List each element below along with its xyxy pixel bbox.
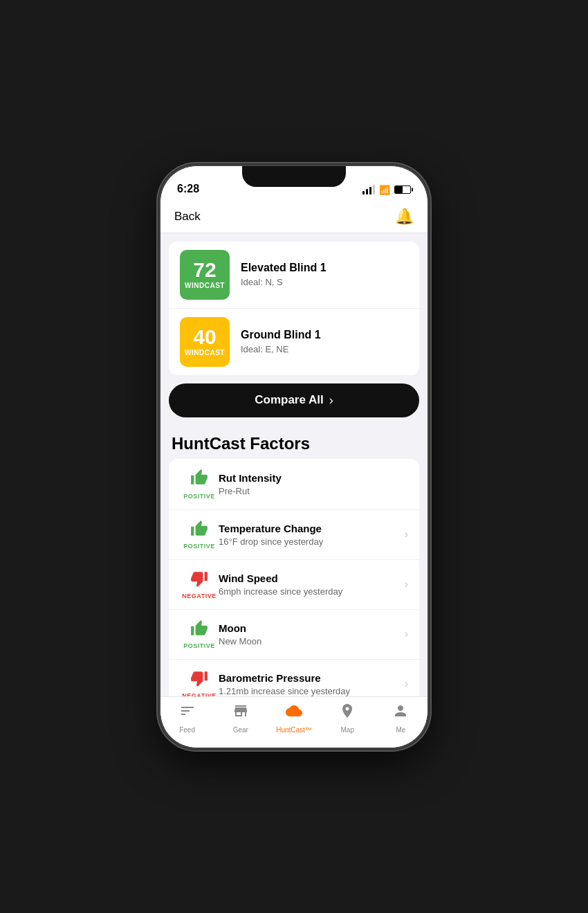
compare-all-button[interactable]: Compare All › xyxy=(169,383,419,417)
factor-name-0: Rut Intensity xyxy=(219,472,408,484)
thumbup-icon-0 xyxy=(190,469,208,491)
nav-label-feed: Feed xyxy=(179,726,195,734)
map-icon xyxy=(339,703,356,723)
factor-icon-col-2: NEGATIVE xyxy=(180,570,219,599)
factor-icon-col-3: POSITIVE xyxy=(180,620,219,649)
compare-chevron-icon: › xyxy=(329,393,333,408)
windcast-score-0: 72 xyxy=(193,260,216,280)
bell-icon[interactable]: 🔔 xyxy=(395,208,414,226)
factor-detail-2: 6mph increase since yesterday xyxy=(219,586,405,597)
phone-notch xyxy=(242,166,346,187)
factor-detail-3: New Moon xyxy=(219,636,405,647)
phone-device: 6:28 📶 Back 🔔 xyxy=(159,165,429,749)
wifi-icon: 📶 xyxy=(379,185,390,195)
huntcast-icon xyxy=(286,703,302,723)
windcast-cards: 72 WINDCAST Elevated Blind 1 Ideal: N, S… xyxy=(169,242,419,375)
factor-info-2: Wind Speed 6mph increase since yesterday xyxy=(219,572,405,597)
factor-name-1: Temperature Change xyxy=(219,523,405,534)
factor-sentiment-0: POSITIVE xyxy=(183,493,215,500)
feed-icon xyxy=(179,703,196,723)
factor-chevron-2: › xyxy=(405,578,408,590)
factor-item-2[interactable]: NEGATIVE Wind Speed 6mph increase since … xyxy=(169,560,419,610)
windcast-card-0[interactable]: 72 WINDCAST Elevated Blind 1 Ideal: N, S xyxy=(169,242,419,309)
factor-sentiment-2: NEGATIVE xyxy=(182,593,216,599)
thumbdown-icon-2 xyxy=(190,570,208,590)
nav-label-map: Map xyxy=(340,726,353,734)
battery-fill xyxy=(395,186,403,193)
nav-label-me: Me xyxy=(396,726,405,734)
me-icon xyxy=(392,703,409,723)
nav-item-huntcast[interactable]: HuntCast™ xyxy=(267,703,320,734)
factor-name-4: Barometric Pressure xyxy=(219,672,405,684)
factor-sentiment-3: POSITIVE xyxy=(183,642,215,649)
windcast-score-1: 40 xyxy=(193,327,216,347)
status-icons: 📶 xyxy=(362,185,411,195)
factor-item-3[interactable]: POSITIVE Moon New Moon › xyxy=(169,610,419,660)
factor-item-0[interactable]: POSITIVE Rut Intensity Pre-Rut xyxy=(169,459,419,510)
compare-all-label: Compare All xyxy=(255,393,324,407)
battery-icon xyxy=(394,186,411,194)
card-name-0: Elevated Blind 1 xyxy=(241,262,408,274)
nav-label-gear: Gear xyxy=(233,726,248,734)
signal-icon xyxy=(362,185,375,195)
windcast-badge-1: 40 WINDCAST xyxy=(180,317,230,367)
factor-info-0: Rut Intensity Pre-Rut xyxy=(219,472,408,496)
factor-icon-col-4: NEGATIVE xyxy=(180,669,219,696)
factor-name-3: Moon xyxy=(219,622,405,634)
factor-chevron-4: › xyxy=(405,678,408,690)
nav-item-feed[interactable]: Feed xyxy=(160,703,214,734)
windcast-badge-0: 72 WINDCAST xyxy=(180,250,230,300)
factor-info-3: Moon New Moon xyxy=(219,622,405,647)
factor-info-4: Barometric Pressure 1.21mb increase sinc… xyxy=(219,672,405,696)
factor-sentiment-1: POSITIVE xyxy=(183,543,215,550)
windcast-card-1[interactable]: 40 WINDCAST Ground Blind 1 Ideal: E, NE xyxy=(169,309,419,375)
thumbup-icon-3 xyxy=(190,620,208,640)
factors-title: HuntCast Factors xyxy=(160,426,428,459)
card-info-1: Ground Blind 1 Ideal: E, NE xyxy=(241,329,408,354)
card-ideal-1: Ideal: E, NE xyxy=(241,344,408,354)
status-time: 6:28 xyxy=(177,183,199,195)
nav-item-me[interactable]: Me xyxy=(374,703,428,734)
factor-detail-4: 1.21mb increase since yesterday xyxy=(219,686,405,696)
gear-store-icon xyxy=(232,703,249,723)
factor-chevron-3: › xyxy=(405,628,408,640)
windcast-label-1: WINDCAST xyxy=(185,349,225,356)
factor-item-1[interactable]: POSITIVE Temperature Change 16°F drop si… xyxy=(169,510,419,560)
bottom-nav: Feed Gear HuntCast™ Map xyxy=(160,696,428,748)
factor-sentiment-4: NEGATIVE xyxy=(182,692,216,696)
factor-name-2: Wind Speed xyxy=(219,572,405,584)
factor-icon-col-0: POSITIVE xyxy=(180,469,219,500)
factors-list: POSITIVE Rut Intensity Pre-Rut POSITIVE xyxy=(169,459,419,696)
factor-chevron-1: › xyxy=(405,528,408,541)
phone-screen: 6:28 📶 Back 🔔 xyxy=(160,166,428,748)
factor-info-1: Temperature Change 16°F drop since yeste… xyxy=(219,523,405,547)
thumbdown-icon-4 xyxy=(190,669,208,690)
factor-item-4[interactable]: NEGATIVE Barometric Pressure 1.21mb incr… xyxy=(169,660,419,696)
nav-item-gear[interactable]: Gear xyxy=(214,703,267,734)
card-ideal-0: Ideal: N, S xyxy=(241,277,408,287)
nav-item-map[interactable]: Map xyxy=(321,703,374,734)
header: Back 🔔 xyxy=(160,201,428,233)
factor-detail-0: Pre-Rut xyxy=(219,486,408,496)
thumbup-icon-1 xyxy=(190,520,208,541)
back-button[interactable]: Back xyxy=(174,210,201,224)
card-name-1: Ground Blind 1 xyxy=(241,329,408,341)
card-info-0: Elevated Blind 1 Ideal: N, S xyxy=(241,262,408,287)
windcast-label-0: WINDCAST xyxy=(185,282,225,289)
factor-icon-col-1: POSITIVE xyxy=(180,520,219,550)
main-content: 72 WINDCAST Elevated Blind 1 Ideal: N, S… xyxy=(160,233,428,696)
factor-detail-1: 16°F drop since yesterday xyxy=(219,536,405,547)
nav-label-huntcast: HuntCast™ xyxy=(276,726,312,734)
